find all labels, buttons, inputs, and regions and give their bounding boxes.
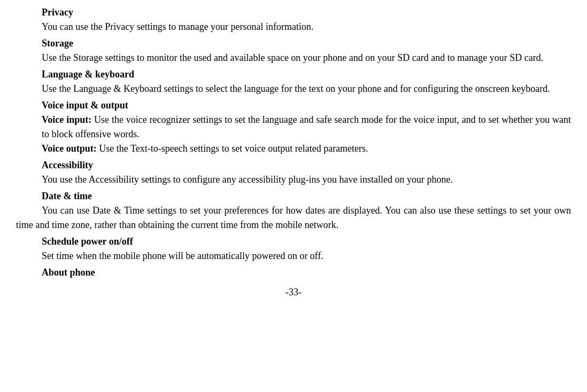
privacy-section: Privacy You can use the Privacy settings… bbox=[16, 5, 571, 34]
voice-output-label: Voice output: bbox=[42, 143, 97, 154]
about-section: About phone bbox=[16, 265, 571, 280]
voice-input-body: Voice input: Use the voice recognizer se… bbox=[42, 113, 571, 142]
storage-body: Use the Storage settings to monitor the … bbox=[16, 51, 571, 65]
voice-output-body: Voice output: Use the Text-to-speech set… bbox=[42, 142, 571, 156]
schedule-title: Schedule power on/off bbox=[42, 234, 571, 249]
datetime-body: You can use Date & Time settings to set … bbox=[16, 203, 571, 232]
schedule-section: Schedule power on/off Set time when the … bbox=[16, 234, 571, 263]
language-body: Use the Language & Keyboard settings to … bbox=[16, 82, 571, 96]
accessibility-title: Accessibility bbox=[42, 158, 571, 173]
voice-output-text: Use the Text-to-speech settings to set v… bbox=[99, 143, 368, 154]
language-title: Language & keyboard bbox=[42, 67, 571, 82]
storage-title: Storage bbox=[42, 36, 571, 51]
accessibility-section: Accessibility You use the Accessibility … bbox=[16, 158, 571, 187]
language-section: Language & keyboard Use the Language & K… bbox=[16, 67, 571, 96]
about-title: About phone bbox=[42, 265, 571, 280]
voice-section: Voice input & output Voice input: Use th… bbox=[16, 98, 571, 156]
voice-input-text: Use the voice recognizer settings to set… bbox=[42, 114, 571, 139]
voice-title: Voice input & output bbox=[42, 98, 571, 113]
voice-input-label: Voice input: bbox=[42, 114, 91, 125]
datetime-title: Date & time bbox=[42, 189, 571, 203]
datetime-section: Date & time You can use Date & Time sett… bbox=[16, 189, 571, 232]
schedule-body: Set time when the mobile phone will be a… bbox=[42, 249, 571, 263]
privacy-body: You can use the Privacy settings to mana… bbox=[16, 20, 571, 34]
accessibility-body: You use the Accessibility settings to co… bbox=[16, 173, 571, 187]
privacy-title: Privacy bbox=[42, 5, 571, 20]
page-number: -33- bbox=[16, 285, 571, 300]
storage-section: Storage Use the Storage settings to moni… bbox=[16, 36, 571, 65]
